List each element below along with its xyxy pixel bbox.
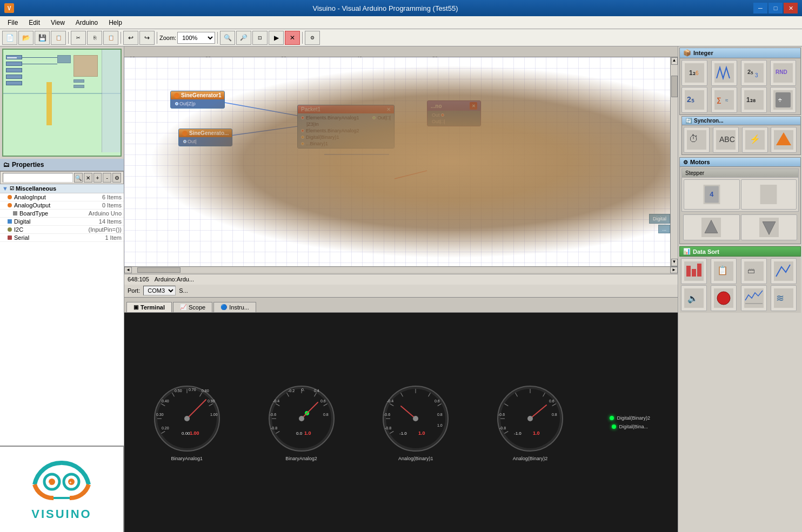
scroll-thumb[interactable] bbox=[671, 76, 678, 97]
close-button[interactable]: ✕ bbox=[784, 3, 798, 14]
tree-item-serial[interactable]: Serial 1 Item bbox=[0, 234, 124, 242]
arduino-button[interactable]: ⚙ bbox=[305, 31, 320, 45]
menu-file[interactable]: File bbox=[2, 18, 23, 28]
gauge2-svg: -0.8 -0.6 -0.4 -0.2 0. 0.4 0.6 0.8 0.0 1… bbox=[266, 383, 337, 454]
comp-int-random[interactable]: RND bbox=[770, 60, 796, 86]
scroll-down-btn[interactable]: ▼ bbox=[671, 259, 678, 266]
tab-instru[interactable]: 🔵 Instru... bbox=[213, 302, 256, 312]
scroll-right-btn[interactable]: ► bbox=[670, 267, 678, 273]
right-node-port1: Out bbox=[429, 112, 479, 118]
canvas-node-right[interactable]: ...no ✕ Out Out|□| bbox=[427, 100, 481, 126]
paste-button[interactable]: 📋 bbox=[103, 31, 118, 45]
stepper-item-extra[interactable] bbox=[741, 179, 797, 210]
zoom-fit-button[interactable]: ⊡ bbox=[252, 31, 268, 45]
packet1-header: Packet1 ✕ bbox=[298, 105, 394, 113]
digital-label2: Digital(Bina... bbox=[619, 424, 649, 429]
vertical-scrollbar[interactable]: ▲ ▼ bbox=[670, 57, 678, 266]
minimize-button[interactable]: ─ bbox=[753, 3, 767, 14]
right-node-close-btn[interactable]: ✕ bbox=[470, 102, 477, 110]
menu-help[interactable]: Help bbox=[103, 18, 128, 28]
redo-button[interactable]: ↪ bbox=[139, 31, 155, 45]
tree-item-digital[interactable]: Digital 14 Items bbox=[0, 218, 124, 226]
datasort-item-5[interactable]: 🔈 bbox=[681, 285, 707, 311]
comp-int-convert[interactable]: 2₅3 bbox=[741, 60, 767, 86]
comp-synchro-2[interactable]: ABC bbox=[713, 127, 739, 153]
props-clear-button[interactable]: ✕ bbox=[84, 173, 92, 183]
serial-icon bbox=[8, 235, 12, 240]
svg-text:0.90: 0.90 bbox=[208, 399, 215, 403]
canvas-node-packet1[interactable]: Packet1 ✕ Elements.BinaryAnalog1 Out|□| … bbox=[297, 105, 395, 149]
port-select[interactable]: COM3 COM1 COM2 bbox=[143, 286, 176, 295]
svg-point-65 bbox=[413, 416, 418, 421]
stop-button[interactable]: ✕ bbox=[285, 31, 300, 45]
svg-text:0.30: 0.30 bbox=[156, 413, 164, 416]
right-node-body: Out Out|□| bbox=[427, 111, 480, 126]
zoom-out-button[interactable]: 🔎 bbox=[236, 31, 251, 45]
menu-edit[interactable]: Edit bbox=[23, 18, 45, 28]
svg-text:0.6: 0.6 bbox=[435, 399, 440, 403]
gauge-analog-binary1: -0.8 -0.6 -0.4 -1.0 1.0 0.6 0.8 1.0 Anal… bbox=[380, 383, 451, 461]
open-button[interactable]: 📂 bbox=[18, 31, 34, 45]
mini-line1 bbox=[22, 57, 57, 58]
bottom-tabs: ▣ Terminal 📈 Scope 🔵 Instru... bbox=[124, 298, 678, 313]
datasort-item-7[interactable] bbox=[741, 285, 767, 311]
right-node-red-dot bbox=[441, 113, 444, 117]
canvas-wrapper[interactable]: SineGenerator1 Out|Z|p SineGenerato... bbox=[124, 57, 670, 266]
datasort-item-4[interactable] bbox=[771, 258, 797, 284]
motor-item-2[interactable] bbox=[741, 214, 798, 240]
tab-scope[interactable]: 📈 Scope bbox=[173, 302, 212, 312]
analog-output-icon bbox=[8, 203, 12, 207]
sine1-port-out: Out|Z|p bbox=[172, 100, 223, 107]
horizontal-scrollbar[interactable]: ◄ ► bbox=[124, 266, 678, 274]
datasort-item-1[interactable] bbox=[681, 258, 707, 284]
tree-item-analoginput[interactable]: AnalogInput 6 Items bbox=[0, 193, 124, 201]
props-expand-button[interactable]: + bbox=[93, 173, 102, 183]
stepper-item-4[interactable]: 4 bbox=[684, 179, 740, 210]
datasort-item-2[interactable]: 📋 bbox=[711, 258, 737, 284]
undo-button[interactable]: ↩ bbox=[123, 31, 138, 45]
menu-arduino[interactable]: Arduino bbox=[70, 18, 103, 28]
comp-synchro-4[interactable] bbox=[771, 127, 797, 153]
tree-item-analogoutput[interactable]: AnalogOutput 0 Items bbox=[0, 201, 124, 210]
datasort-item-6[interactable] bbox=[711, 285, 737, 311]
run-button[interactable]: ▶ bbox=[269, 31, 284, 45]
save-all-button[interactable]: 📋 bbox=[51, 31, 66, 45]
copy-button[interactable]: ⎘ bbox=[87, 31, 102, 45]
new-button[interactable]: 📄 bbox=[2, 31, 17, 45]
datasort-item-8[interactable]: ≋ bbox=[771, 285, 797, 311]
cut-button[interactable]: ✂ bbox=[71, 31, 86, 45]
comp-int-compare[interactable]: ∑≈ bbox=[711, 87, 737, 113]
props-settings-button[interactable]: ⚙ bbox=[112, 173, 121, 183]
motor-item-1[interactable] bbox=[683, 214, 740, 240]
maximize-button[interactable]: □ bbox=[768, 3, 783, 14]
zoom-in-button[interactable]: 🔍 bbox=[220, 31, 235, 45]
tree-root-miscellaneous[interactable]: ▼ ☑ Miscellaneous bbox=[0, 184, 124, 193]
save-button[interactable]: 💾 bbox=[35, 31, 50, 45]
comp-int-counter[interactable]: 2₅ bbox=[681, 87, 707, 113]
comp-int-value[interactable]: 1₂₈ bbox=[741, 87, 767, 113]
canvas-node-sine1[interactable]: SineGenerator1 Out|Z|p bbox=[170, 91, 225, 109]
comp-int-math[interactable]: 1₂6 bbox=[681, 60, 707, 86]
svg-text:🗃: 🗃 bbox=[747, 266, 755, 275]
hscroll-thumb[interactable] bbox=[137, 267, 181, 273]
tree-item-i2c[interactable]: I2C (InputPin=()) bbox=[0, 226, 124, 234]
canvas-node-sine2[interactable]: SineGenerato... Out| bbox=[178, 129, 232, 146]
svg-rect-121 bbox=[697, 264, 701, 277]
props-search-button[interactable]: 🔍 bbox=[74, 173, 83, 183]
svg-rect-119 bbox=[686, 266, 691, 277]
properties-search-input[interactable] bbox=[3, 173, 73, 183]
comp-synchro-1[interactable]: ⏱ bbox=[684, 127, 710, 153]
gauge2-label: BinaryAnalog2 bbox=[285, 456, 317, 461]
scroll-up-btn[interactable]: ▲ bbox=[671, 57, 678, 65]
tab-terminal[interactable]: ▣ Terminal bbox=[126, 302, 172, 312]
comp-synchro-3[interactable]: ⚡ bbox=[742, 127, 768, 153]
zoom-select[interactable]: 100% 75% 50% 150% bbox=[177, 32, 215, 44]
tree-item-boardtype[interactable]: BoardType Arduino Uno bbox=[0, 210, 124, 218]
packet1-close[interactable]: ✕ bbox=[386, 106, 391, 112]
props-collapse-button[interactable]: - bbox=[103, 173, 111, 183]
scroll-left-btn[interactable]: ◄ bbox=[124, 267, 132, 273]
comp-int-wave[interactable] bbox=[711, 60, 737, 86]
menu-view[interactable]: View bbox=[45, 18, 70, 28]
datasort-item-3[interactable]: 🗃 bbox=[741, 258, 767, 284]
comp-int-calc[interactable]: ÷ bbox=[770, 87, 796, 113]
